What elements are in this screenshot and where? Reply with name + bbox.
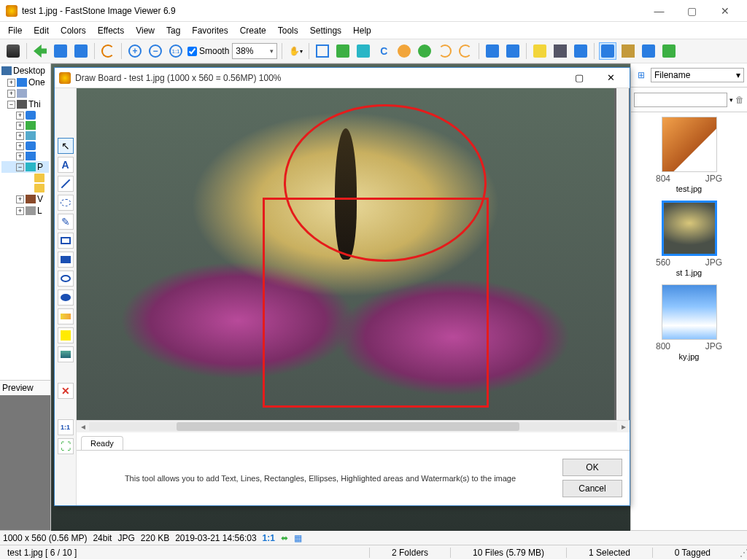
rectangle-annotation[interactable] [263, 198, 489, 408]
actual-size-tool-icon[interactable]: 1:1 [58, 419, 74, 435]
preview-thumbnail [0, 395, 50, 530]
line-tool-icon[interactable] [58, 176, 74, 192]
resize-grip-icon[interactable]: ⋰ [732, 548, 747, 558]
print-icon[interactable] [551, 42, 569, 60]
select-tool-icon[interactable]: ↖ [58, 138, 74, 154]
cancel-button[interactable]: Cancel [562, 480, 622, 497]
folder-tree[interactable]: Desktop +One + −Thi + + + + + −P +V +L [0, 63, 50, 380]
delete-icon[interactable]: 🗑 [735, 95, 744, 105]
actual-size-icon[interactable]: 1:1 [167, 42, 185, 60]
undo-icon[interactable] [99, 42, 117, 60]
delete-tool-icon[interactable]: ✕ [58, 383, 74, 399]
email-icon[interactable] [572, 42, 589, 60]
compare-icon[interactable] [484, 42, 501, 60]
menu-view[interactable]: View [131, 23, 160, 38]
thumbnail-item[interactable]: 560JPG st 1.jpg [634, 201, 744, 281]
thumbnail-image[interactable] [662, 284, 717, 340]
drawboard-titlebar[interactable]: Draw Board - test 1.jpg (1000 x 560 = 0.… [55, 68, 630, 88]
watermark-tool-icon[interactable] [58, 346, 74, 362]
link-icon[interactable]: ⬌ [281, 533, 288, 543]
filled-rect-tool-icon[interactable] [58, 252, 74, 268]
zoom-out-icon[interactable]: − [147, 42, 164, 60]
ok-button[interactable]: OK [562, 459, 622, 476]
status-bitdepth: 24bit [93, 533, 112, 543]
sort-by-select[interactable]: Filename▾ [651, 68, 744, 82]
rotate-left-icon[interactable] [436, 42, 454, 60]
filled-ellipse-tool-icon[interactable] [58, 289, 74, 306]
lasso-tool-icon[interactable] [58, 195, 74, 211]
thumbnail-image[interactable] [662, 201, 717, 256]
clone-icon[interactable] [416, 42, 433, 60]
view-details-icon[interactable] [640, 42, 657, 60]
smooth-checkbox[interactable]: Smooth [187, 46, 229, 56]
tab-ready[interactable]: Ready [81, 436, 123, 450]
highlight-tool-icon[interactable] [58, 308, 74, 324]
menu-create[interactable]: Create [235, 23, 271, 38]
menu-colors[interactable]: Colors [55, 23, 91, 38]
maximize-button[interactable]: ▢ [676, 0, 708, 22]
fit-tool-icon[interactable]: ⛶ [58, 438, 74, 454]
zoom-in-icon[interactable]: + [126, 42, 144, 60]
sort-asc-icon[interactable]: ⊞ [634, 68, 649, 82]
status-selected: 1 Selected [566, 548, 652, 558]
image-info-bar: 1000 x 560 (0.56 MP) 24bit JPG 220 KB 20… [0, 530, 747, 545]
menu-effects[interactable]: Effects [93, 23, 129, 38]
drawboard-maximize-button[interactable]: ▢ [565, 72, 594, 83]
save-icon[interactable] [52, 42, 69, 60]
rotate-right-icon[interactable] [457, 42, 474, 60]
thumbnail-item[interactable]: 804JPG test.jpg [634, 117, 744, 198]
dropdown-icon[interactable]: ▾ [729, 96, 733, 104]
folder-icon [26, 121, 36, 130]
scroll-right-icon[interactable]: ▸ [617, 421, 630, 432]
close-button[interactable]: ✕ [708, 0, 741, 22]
menu-tag[interactable]: Tag [161, 23, 185, 38]
drawboard-tabbar: Ready [77, 432, 630, 450]
acquire-icon[interactable] [4, 42, 22, 60]
view-list-icon[interactable] [619, 42, 637, 60]
adjust-colors-icon[interactable] [395, 42, 413, 60]
hand-tool-icon[interactable]: ✋▾ [287, 42, 304, 60]
menu-file[interactable]: File [3, 23, 27, 38]
path-input[interactable] [634, 93, 727, 107]
ellipse-tool-icon[interactable] [58, 271, 74, 287]
drawboard-close-button[interactable]: ✕ [596, 72, 625, 83]
scan-icon[interactable] [531, 42, 549, 60]
expand-icon[interactable]: + [7, 90, 15, 98]
prev-folder-icon[interactable] [31, 42, 49, 60]
color-swatch[interactable] [58, 327, 74, 343]
expand-icon[interactable]: + [7, 79, 15, 87]
resize-icon[interactable] [334, 42, 352, 60]
collapse-icon[interactable]: − [7, 101, 15, 109]
downloads-icon [26, 141, 36, 150]
pencil-tool-icon[interactable]: ✎ [58, 214, 74, 230]
minimize-button[interactable]: — [643, 0, 676, 22]
menu-help[interactable]: Help [348, 23, 376, 38]
text-icon[interactable]: C [375, 42, 392, 60]
menu-favorites[interactable]: Favorites [187, 23, 233, 38]
music-icon [26, 152, 36, 160]
menu-settings[interactable]: Settings [305, 23, 347, 38]
thumbnail-item[interactable]: 800JPG ky.jpg [634, 284, 744, 365]
menu-tools[interactable]: Tools [273, 23, 303, 38]
menu-edit[interactable]: Edit [28, 23, 54, 38]
drawboard-canvas[interactable] [77, 88, 630, 420]
canvas-icon[interactable] [355, 42, 372, 60]
slideshow-icon[interactable] [504, 42, 522, 60]
status-dimensions: 1000 x 560 (0.56 MP) [3, 533, 87, 543]
crop-icon[interactable] [314, 42, 331, 60]
scroll-left-icon[interactable]: ◂ [77, 421, 89, 432]
text-tool-icon[interactable]: A [58, 157, 74, 173]
rectangle-tool-icon[interactable] [58, 233, 74, 249]
save-as-icon[interactable] [72, 42, 90, 60]
thumbnail-image[interactable] [662, 117, 717, 172]
horizontal-scrollbar[interactable]: ◂ ▸ [77, 420, 630, 432]
zoom-select[interactable]: 38%▾ [232, 43, 277, 59]
view-thumbnails-icon[interactable] [599, 42, 616, 60]
status-folders: 2 Folders [369, 548, 450, 558]
vertical-scrollbar[interactable] [616, 88, 629, 420]
drawboard-toolbox: ↖ A ✎ ✕ 1:1 ⛶ [55, 88, 77, 505]
fullscreen-icon[interactable] [660, 42, 678, 60]
scroll-thumb[interactable] [177, 422, 519, 431]
thumbnail-list[interactable]: 804JPG test.jpg 560JPG st 1.jpg 800JPG k… [631, 112, 747, 530]
histogram-icon[interactable]: ▦ [294, 533, 302, 543]
